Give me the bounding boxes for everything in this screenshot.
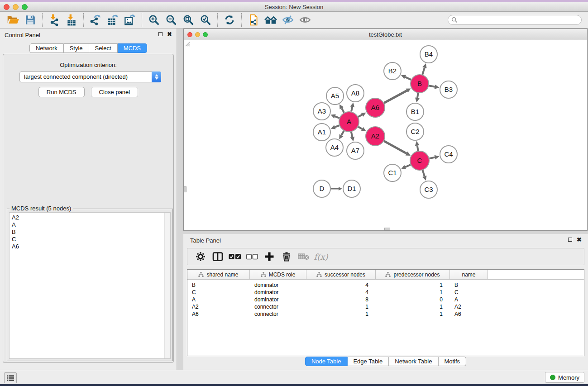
create-column-button[interactable]	[262, 250, 277, 263]
graph-edge[interactable]	[384, 141, 406, 153]
table-cell[interactable]: 1	[306, 303, 376, 310]
float-table-panel-icon[interactable]	[568, 238, 572, 242]
tab-motifs[interactable]: Motifs	[438, 357, 466, 366]
table-cell[interactable]: 1	[376, 281, 450, 289]
zoom-selected-button[interactable]	[197, 13, 214, 27]
mcds-result-list[interactable]: A2ABCA6	[9, 212, 171, 359]
horizontal-scroll-thumb[interactable]	[384, 228, 390, 230]
run-mcds-button[interactable]: Run MCDS	[38, 87, 85, 97]
table-cell[interactable]: A2	[450, 303, 488, 310]
graph-edge[interactable]	[417, 146, 418, 151]
export-network-button[interactable]	[87, 13, 104, 27]
graph-node-A1[interactable]: A1	[313, 124, 330, 141]
tab-mcds[interactable]: MCDS	[118, 43, 147, 53]
table-cell[interactable]: 4	[306, 289, 376, 296]
graph-edge[interactable]	[405, 165, 411, 167]
optimization-criterion-select[interactable]: largest connected component (directed)	[19, 71, 161, 82]
graph-edge[interactable]	[429, 157, 435, 159]
table-cell[interactable]: 4	[306, 281, 376, 289]
graph-edge[interactable]	[358, 115, 362, 117]
import-table-button[interactable]	[63, 13, 80, 27]
delete-column-button[interactable]	[279, 250, 294, 263]
zoom-fit-button[interactable]	[180, 13, 197, 27]
mcds-result-item[interactable]: A6	[10, 243, 170, 250]
graph-node-D[interactable]: D	[313, 180, 330, 197]
deselect-all-columns-button[interactable]	[244, 250, 260, 263]
tab-select[interactable]: Select	[89, 43, 118, 53]
graph-node-B3[interactable]: B3	[440, 81, 457, 98]
table-cell[interactable]: A6	[450, 310, 488, 318]
table-cell[interactable]: 0	[376, 296, 450, 303]
graph-edge[interactable]	[342, 108, 344, 113]
column-header-successor-nodes[interactable]: successor nodes	[306, 270, 376, 279]
network-canvas[interactable]: B4B2BB3A5A8A6A3B1AA1C2A2A4A7C4CC1C3DD1	[184, 40, 587, 230]
table-cell[interactable]: A2	[187, 303, 250, 310]
table-cell[interactable]: 1	[376, 303, 450, 310]
table-cell[interactable]: 8	[306, 296, 376, 303]
graph-node-A8[interactable]: A8	[347, 85, 364, 102]
table-cell[interactable]: C	[450, 289, 488, 296]
import-network-button[interactable]	[46, 13, 63, 27]
column-header-MCDS-role[interactable]: MCDS role	[250, 270, 306, 279]
graph-node-C1[interactable]: C1	[384, 164, 401, 181]
graph-node-A3[interactable]: A3	[313, 103, 330, 120]
select-all-columns-button[interactable]	[227, 250, 243, 263]
close-window-button[interactable]	[4, 4, 10, 10]
graph-edge[interactable]	[351, 132, 352, 137]
table-cell[interactable]: dominator	[250, 296, 306, 303]
export-table-button[interactable]	[104, 13, 121, 27]
tab-network[interactable]: Network	[29, 43, 64, 53]
table-cell[interactable]: C	[187, 289, 250, 296]
birds-eye-view-button[interactable]	[296, 13, 314, 27]
table-cell[interactable]: A	[450, 296, 488, 303]
table-row[interactable]: Bdominator41B	[187, 281, 584, 289]
save-session-button[interactable]	[22, 13, 39, 27]
window-controls[interactable]	[4, 4, 28, 10]
result-scrollbar[interactable]	[164, 213, 170, 358]
minimize-window-button[interactable]	[13, 4, 19, 10]
table-row[interactable]: A6connector11A6	[187, 310, 584, 318]
mcds-result-item[interactable]: C	[10, 236, 170, 243]
resize-grip-icon[interactable]	[184, 40, 190, 47]
column-header-shared-name[interactable]: shared name	[187, 270, 250, 279]
graph-node-B1[interactable]: B1	[406, 103, 424, 120]
table-cell[interactable]: connector	[250, 303, 306, 310]
tab-network-table[interactable]: Network Table	[389, 357, 438, 366]
clone-network-button[interactable]	[245, 13, 262, 27]
graph-edge[interactable]	[341, 131, 344, 135]
float-panel-icon[interactable]	[158, 32, 163, 36]
table-cell[interactable]: A6	[187, 310, 250, 318]
graph-node-A5[interactable]: A5	[326, 87, 344, 105]
graph-edge[interactable]	[417, 93, 418, 98]
column-header-predecessor-nodes[interactable]: predecessor nodes	[376, 270, 450, 279]
graph-edge[interactable]	[358, 127, 362, 129]
table-cell[interactable]: 1	[306, 310, 376, 318]
table-cell[interactable]: dominator	[250, 281, 306, 289]
vertical-scroll-thumb[interactable]	[184, 186, 186, 192]
graph-node-C4[interactable]: C4	[440, 146, 457, 163]
graph-node-A7[interactable]: A7	[347, 142, 364, 159]
table-cell[interactable]: 1	[376, 310, 450, 318]
tab-node-table[interactable]: Node Table	[305, 357, 348, 366]
table-cell[interactable]: A	[187, 296, 250, 303]
zoom-window-button[interactable]	[22, 4, 28, 10]
graph-node-B4[interactable]: B4	[420, 46, 437, 63]
mcds-result-item[interactable]: A	[10, 221, 170, 229]
refresh-layout-button[interactable]	[221, 13, 238, 27]
graph-edge[interactable]	[429, 86, 435, 87]
close-network-window-button[interactable]	[187, 32, 192, 37]
memory-button[interactable]: Memory	[545, 372, 584, 383]
close-panel-icon[interactable]: ✖	[167, 32, 172, 37]
graph-node-A6[interactable]: A6	[366, 98, 385, 117]
home-button[interactable]	[262, 13, 279, 27]
table-cell[interactable]: connector	[250, 310, 306, 318]
network-window-controls[interactable]	[187, 32, 208, 37]
graph-node-C[interactable]: C	[410, 151, 429, 170]
graph-edge[interactable]	[405, 77, 411, 80]
zoom-network-window-button[interactable]	[203, 32, 208, 37]
zoom-out-button[interactable]	[163, 13, 180, 27]
graph-node-B[interactable]: B	[411, 75, 429, 93]
hide-graphics-details-button[interactable]	[279, 13, 296, 27]
column-header-name[interactable]: name	[450, 270, 488, 279]
export-image-button[interactable]	[121, 13, 139, 27]
